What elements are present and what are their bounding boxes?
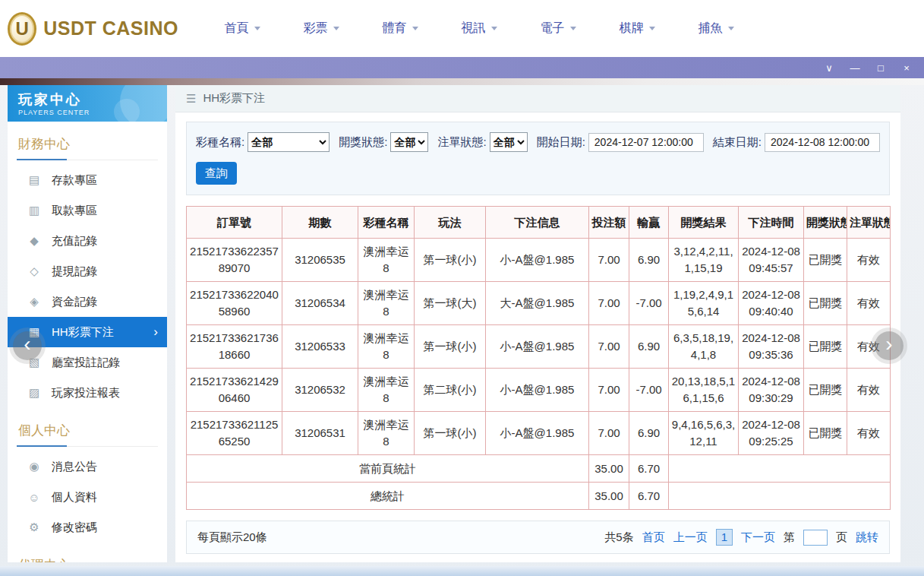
sidebar-item-label: 廳室投註記錄 [52, 356, 120, 370]
sidebar-item-label: HH彩票下注 [52, 325, 114, 340]
jump-label-pre: 第 [784, 530, 795, 545]
chevron-down-icon [412, 27, 418, 30]
carousel-left-button[interactable]: ‹ [13, 331, 42, 360]
sidebar-item-announcements[interactable]: ◉ 消息公告 [8, 451, 167, 482]
header-period: 期數 [282, 207, 358, 239]
win-cell: 6.90 [629, 412, 669, 455]
section-heading-personal: 個人中心 [17, 417, 158, 447]
page-total-row: 當前頁統計 35.00 6.70 [187, 455, 891, 483]
nav-item-fishing[interactable]: 捕魚 [676, 21, 755, 36]
sidebar-item-cashout-record[interactable]: ◇ 提現記錄 [8, 256, 167, 286]
draw-status-cell: 已開獎 [804, 325, 847, 369]
jump-label-post: 页 [836, 530, 847, 545]
result-cell: 9,4,16,5,6,3,12,11 [669, 412, 739, 455]
nav-item-sports[interactable]: 體育 [361, 21, 440, 36]
grand-total-row: 總統計 35.00 6.70 [187, 483, 891, 510]
nav-item-electronic[interactable]: 電子 [519, 21, 598, 36]
order-cell: 2152173362173618660 [187, 325, 282, 369]
nav-item-cards[interactable]: 棋牌 [598, 21, 676, 36]
time-cell: 2024-12-08 09:30:29 [739, 369, 804, 412]
sidebar-item-label: 提現記錄 [52, 264, 97, 279]
win-cell: -7.00 [629, 369, 669, 412]
start-date-input[interactable] [588, 133, 704, 152]
nav-label: 首頁 [225, 21, 249, 36]
table-row: 2152173362142906460 31206532 澳洲幸运8 第二球(小… [187, 369, 891, 412]
withdraw-icon: ▥ [27, 204, 41, 217]
sidebar-item-label: 修改密碼 [52, 521, 97, 535]
sidebar-item-player-bet-report[interactable]: ▨ 玩家投注報表 [8, 378, 167, 408]
win-cell: 6.90 [629, 239, 669, 282]
sidebar-item-profile[interactable]: ☺ 個人資料 [8, 482, 167, 512]
bell-icon: ◉ [27, 460, 41, 473]
page-total-label: 當前頁統計 [187, 455, 589, 483]
period-cell: 31206533 [282, 325, 358, 369]
bet-info-cell: 大-A盤@1.985 [486, 282, 589, 325]
deposit-icon: ▤ [27, 173, 41, 187]
lottery-cell: 澳洲幸运8 [358, 239, 415, 282]
header-play: 玩法 [415, 207, 486, 239]
nav-item-home[interactable]: 首頁 [203, 21, 282, 36]
order-status-cell: 有效 [847, 412, 891, 455]
sidebar-item-funds-record[interactable]: ◈ 資金記錄 [8, 286, 167, 317]
header-win: 輸贏 [629, 207, 669, 239]
draw-status-cell: 已開獎 [804, 412, 847, 455]
header-time: 下注時間 [739, 207, 804, 239]
main-content: ☰ HH彩票下注 彩種名稱: 全部 開獎狀態: 全部 注單狀態: 全部 [175, 85, 900, 562]
first-page-link[interactable]: 首页 [642, 530, 665, 545]
start-date-label: 開始日期: [537, 135, 585, 150]
nav-item-lottery[interactable]: 彩票 [282, 21, 361, 36]
play-cell: 第一球(小) [415, 239, 486, 282]
amount-cell: 7.00 [589, 412, 629, 455]
period-cell: 31206535 [282, 239, 358, 282]
window-maximize-icon[interactable]: □ [875, 63, 886, 73]
win-cell: -7.00 [629, 282, 669, 325]
chevron-down-icon [254, 27, 260, 30]
draw-status-cell: 已開獎 [804, 239, 847, 282]
result-cell: 20,13,18,5,16,1,15,6 [669, 369, 739, 412]
sidebar-item-withdraw[interactable]: ▥ 取款專區 [8, 195, 167, 226]
window-close-icon[interactable]: × [901, 63, 912, 73]
search-button[interactable]: 查詢 [196, 162, 237, 185]
jump-button[interactable]: 跳转 [856, 530, 878, 545]
header-amount: 投注額 [589, 207, 629, 239]
amount-cell: 7.00 [589, 369, 629, 412]
lottery-cell: 澳洲幸运8 [358, 282, 415, 325]
bet-info-cell: 小-A盤@1.985 [486, 239, 589, 282]
filter-panel: 彩種名稱: 全部 開獎狀態: 全部 注單狀態: 全部 開始日期: 結束日期: [186, 122, 890, 195]
time-cell: 2024-12-08 09:25:25 [739, 412, 804, 455]
chevron-right-icon: › [885, 334, 892, 355]
sidebar-item-change-password[interactable]: ⚙ 修改密碼 [8, 512, 167, 543]
draw-status-label: 開獎狀態: [339, 135, 387, 150]
top-bar: U USDT CASINO 首頁 彩票 體育 視訊 電子 棋牌 捕魚 [0, 0, 924, 57]
chevron-down-icon [649, 27, 655, 30]
order-status-select[interactable]: 全部 [490, 132, 528, 152]
lottery-name-select[interactable]: 全部 [248, 132, 330, 152]
sidebar: 玩家中心 PLAYERS CENTER 財務中心 ▤ 存款專區 ▥ 取款專區 ◆… [8, 85, 167, 562]
amount-cell: 7.00 [589, 282, 629, 325]
time-cell: 2024-12-08 09:35:36 [739, 325, 804, 369]
sidebar-item-label: 消息公告 [52, 460, 97, 474]
draw-status-select[interactable]: 全部 [390, 132, 428, 152]
carousel-right-button[interactable]: › [875, 331, 904, 360]
bet-info-cell: 小-A盤@1.985 [486, 369, 589, 412]
sidebar-item-recharge-record[interactable]: ◆ 充值記錄 [8, 226, 167, 256]
header-result: 開獎結果 [669, 207, 739, 239]
result-cell: 6,3,5,18,19,4,1,8 [669, 325, 739, 369]
prev-page-link[interactable]: 上一页 [673, 530, 708, 545]
chevron-left-icon: ‹ [24, 334, 30, 355]
bets-table: 訂單號 期數 彩種名稱 玩法 下注信息 投注額 輸贏 開獎結果 下注時間 開獎狀… [186, 206, 891, 510]
nav-item-video[interactable]: 視訊 [440, 21, 519, 36]
page-number-input[interactable] [803, 530, 828, 546]
sidebar-item-deposit[interactable]: ▤ 存款專區 [8, 165, 167, 195]
app-area: 玩家中心 PLAYERS CENTER 財務中心 ▤ 存款專區 ▥ 取款專區 ◆… [0, 78, 924, 576]
end-date-input[interactable] [765, 133, 880, 152]
window-collapse-icon[interactable]: ∨ [824, 63, 834, 73]
sidebar-header: 玩家中心 PLAYERS CENTER [8, 85, 167, 122]
next-page-link[interactable]: 下一页 [741, 530, 775, 545]
time-cell: 2024-12-08 09:45:57 [739, 239, 804, 282]
order-cell: 2152173362235789070 [187, 239, 282, 282]
header-draw-status: 開獎狀態 [804, 207, 847, 239]
order-cell: 2152173362204058960 [187, 282, 282, 325]
window-minimize-icon[interactable]: — [850, 63, 860, 73]
header-bet-info: 下注信息 [486, 207, 589, 239]
